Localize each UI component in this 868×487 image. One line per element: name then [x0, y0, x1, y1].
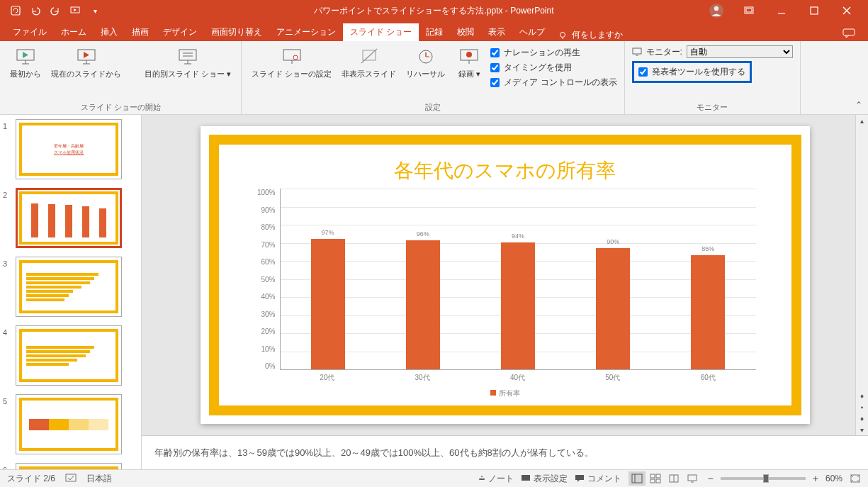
from-beginning-button[interactable]: 最初から	[7, 44, 44, 80]
zoom-in-button[interactable]: +	[813, 473, 818, 484]
scroll-down-icon[interactable]: ▾	[856, 424, 868, 435]
record-button[interactable]: 録画 ▾	[452, 44, 486, 80]
spellcheck-icon[interactable]	[65, 474, 77, 483]
lightbulb-icon	[558, 30, 568, 40]
thumbnail-3[interactable]	[16, 257, 122, 317]
svg-rect-19	[179, 50, 196, 60]
undo-icon[interactable]	[28, 4, 43, 18]
maximize-button[interactable]	[804, 1, 824, 21]
qat-more-icon[interactable]: ▾	[88, 4, 102, 18]
slide-thumbnail-panel[interactable]: 1 若年層・高齢層スマホ使用状況 2 3	[0, 115, 142, 469]
hide-slide-button[interactable]: 非表示スライド	[339, 44, 399, 80]
svg-rect-5	[746, 9, 752, 12]
tab-home[interactable]: ホーム	[54, 23, 94, 41]
thumbnail-5[interactable]	[16, 394, 122, 454]
close-button[interactable]	[837, 1, 857, 21]
ribbon: 最初から 現在のスライドから 目的別スライド ショー ▾ スライド ショーの開始…	[0, 41, 868, 115]
tab-animations[interactable]: アニメーション	[269, 23, 343, 41]
monitor-label: モニター:	[646, 46, 682, 58]
svg-rect-38	[522, 475, 530, 481]
group-start-slideshow: 最初から 現在のスライドから 目的別スライド ショー ▾ スライド ショーの開始	[0, 41, 242, 114]
minimize-button[interactable]	[772, 1, 791, 21]
setup-icon	[281, 45, 303, 68]
slide-canvas[interactable]: 各年代のスマホの所有率 100%90%80%70%60%50%40%30%20%…	[201, 126, 810, 424]
status-bar: スライド 2/6 日本語 ≐ ノート 表示設定 コメント − + 60%	[0, 469, 868, 487]
custom-slideshow-icon	[176, 45, 199, 68]
from-beginning-icon	[14, 45, 37, 68]
reading-view-button[interactable]	[665, 471, 682, 486]
svg-rect-42	[650, 474, 655, 478]
svg-rect-45	[656, 479, 660, 483]
chart: 100%90%80%70%60%50%40%30%20%10%0% 97%96%…	[240, 189, 770, 398]
slide-editor-area: 各年代のスマホの所有率 100%90%80%70%60%50%40%30%20%…	[142, 115, 868, 469]
tab-design[interactable]: デザイン	[156, 23, 204, 41]
group-monitor: モニター: 自動 発表者ツールを使用する モニター	[625, 41, 801, 114]
thumbnail-6[interactable]	[16, 463, 122, 469]
language-status[interactable]: 日本語	[86, 473, 112, 485]
svg-rect-37	[66, 474, 76, 481]
svg-point-3	[714, 6, 718, 11]
display-settings-button[interactable]: 表示設定	[521, 473, 568, 485]
slide-nav-icon[interactable]: ▪	[856, 401, 868, 413]
tab-slideshow[interactable]: スライド ショー	[343, 23, 419, 41]
svg-rect-24	[283, 50, 300, 60]
tab-draw[interactable]: 描画	[125, 23, 156, 41]
tab-file[interactable]: ファイル	[6, 23, 54, 41]
tab-insert[interactable]: 挿入	[94, 23, 125, 41]
comments-top-button[interactable]	[835, 26, 862, 41]
svg-rect-7	[811, 7, 818, 14]
from-current-button[interactable]: 現在のスライドから	[48, 44, 124, 80]
group-label-start: スライド ショーの開始	[7, 101, 234, 113]
tab-review[interactable]: 校閲	[450, 23, 481, 41]
svg-rect-48	[688, 475, 697, 481]
autosave-icon[interactable]	[9, 4, 23, 18]
tell-me-search[interactable]: 何をしますか	[558, 29, 623, 41]
svg-rect-0	[11, 6, 20, 15]
svg-rect-12	[843, 29, 855, 35]
tab-transitions[interactable]: 画面切り替え	[204, 23, 269, 41]
ribbon-tabs: ファイル ホーム 挿入 描画 デザイン 画面切り替え アニメーション スライド …	[0, 21, 868, 41]
comments-button[interactable]: コメント	[575, 473, 621, 485]
thumbnail-2[interactable]	[16, 188, 122, 248]
slide-counter: スライド 2/6	[7, 473, 55, 485]
scroll-up-icon[interactable]: ▴	[856, 115, 868, 126]
start-show-icon[interactable]	[68, 4, 82, 18]
custom-slideshow-button[interactable]: 目的別スライド ショー ▾	[142, 44, 234, 80]
notes-pane[interactable]: 年齢別の保有率は、13～59歳では90%以上、20～49歳では100%以上、60…	[142, 435, 868, 469]
tab-help[interactable]: ヘルプ	[512, 23, 552, 41]
presenter-view-highlight: 発表者ツールを使用する	[632, 61, 752, 83]
ribbon-display-icon[interactable]	[739, 1, 759, 21]
svg-point-25	[293, 55, 298, 60]
narration-checkbox[interactable]: ナレーションの再生	[490, 47, 616, 59]
svg-rect-40	[632, 474, 642, 483]
slideshow-view-button[interactable]	[684, 471, 701, 486]
thumbnail-1[interactable]: 若年層・高齢層スマホ使用状況	[16, 119, 122, 179]
thumbnail-4[interactable]	[16, 325, 122, 386]
presenter-view-checkbox[interactable]: 発表者ツールを使用する	[638, 66, 745, 78]
tab-record[interactable]: 記録	[419, 23, 450, 41]
sorter-view-button[interactable]	[647, 471, 664, 486]
chevron-down-icon: ▾	[227, 69, 231, 78]
prev-slide-icon[interactable]: ♦	[856, 390, 868, 401]
monitor-select[interactable]: 自動	[687, 45, 793, 58]
zoom-level[interactable]: 60%	[825, 474, 842, 483]
monitor-icon	[632, 47, 642, 56]
media-checkbox[interactable]: メディア コントロールの表示	[490, 77, 616, 89]
account-icon[interactable]	[706, 1, 726, 21]
notes-toggle[interactable]: ≐ ノート	[478, 473, 514, 485]
fit-to-window-button[interactable]	[850, 474, 861, 483]
svg-rect-39	[575, 475, 584, 480]
rehearse-icon	[415, 45, 437, 68]
next-slide-icon[interactable]: ♦	[856, 413, 868, 424]
timing-checkbox[interactable]: タイミングを使用	[490, 62, 616, 74]
tab-view[interactable]: 表示	[481, 23, 512, 41]
setup-checkboxes: ナレーションの再生 タイミングを使用 メディア コントロールの表示	[490, 44, 616, 91]
rehearse-button[interactable]: リハーサル	[403, 44, 448, 80]
setup-slideshow-button[interactable]: スライド ショーの設定	[249, 44, 334, 80]
redo-icon[interactable]	[48, 4, 62, 18]
normal-view-button[interactable]	[629, 471, 646, 486]
vertical-scrollbar[interactable]: ▴ ♦ ▪ ♦ ▾	[855, 115, 868, 435]
collapse-ribbon-icon[interactable]: ⌃	[855, 100, 862, 110]
zoom-out-button[interactable]: −	[708, 473, 714, 484]
zoom-slider[interactable]	[721, 477, 806, 480]
